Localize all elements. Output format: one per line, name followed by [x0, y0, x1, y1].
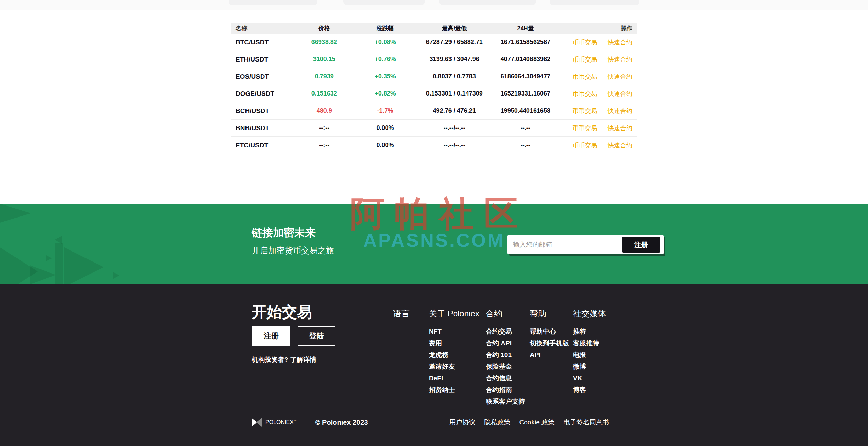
market-card[interactable]	[343, 0, 425, 5]
table-row[interactable]: BNB/USDT --:-- 0.00% --.--/--.-- --.-- 币…	[231, 120, 637, 137]
brand-name: POLONIEX™	[265, 419, 297, 425]
market-table-body: BTC/USDT 66938.82 +0.08% 67287.29 / 6588…	[231, 34, 637, 154]
spot-trade-link[interactable]: 币币交易	[573, 108, 597, 114]
footer-link[interactable]: 合约指南	[486, 387, 530, 393]
spot-trade-link[interactable]: 币币交易	[573, 90, 597, 97]
table-row[interactable]: ETH/USDT 3100.15 +0.76% 3139.63 / 3047.9…	[231, 51, 637, 68]
legal-link[interactable]: 用户协议	[449, 418, 476, 427]
spot-trade-link[interactable]: 币币交易	[573, 73, 597, 80]
footer-link[interactable]: 合约信息	[486, 375, 530, 381]
copyright-text: © Poloniex 2023	[315, 419, 368, 426]
row-actions: 币币交易 快速合约	[560, 38, 637, 46]
footer-link[interactable]: VK	[573, 375, 614, 381]
footer-register-button[interactable]: 注册	[252, 326, 290, 346]
col-header-volume: 24H量	[491, 24, 560, 32]
pair-label: BNB/USDT	[231, 124, 296, 132]
table-row[interactable]: DOGE/USDT 0.151632 +0.82% 0.153301 / 0.1…	[231, 85, 637, 102]
top-card-strip	[0, 0, 868, 10]
footer-link[interactable]: 合约交易	[486, 328, 530, 335]
fast-contract-link[interactable]: 快速合约	[608, 56, 632, 63]
fast-contract-link[interactable]: 快速合约	[608, 142, 632, 149]
trademark-symbol: ™	[294, 419, 297, 423]
fast-contract-link[interactable]: 快速合约	[608, 125, 632, 132]
footer-link[interactable]: 费用	[429, 340, 486, 346]
fast-contract-link[interactable]: 快速合约	[608, 73, 632, 80]
table-row[interactable]: EOS/USDT 0.7939 +0.35% 0.8037 / 0.7783 6…	[231, 68, 637, 85]
volume-value: 1671.6158562587	[491, 38, 560, 46]
change-value: 0.00%	[353, 142, 418, 149]
fast-contract-link[interactable]: 快速合约	[608, 90, 632, 97]
price-value: 0.7939	[296, 73, 353, 80]
footer-link[interactable]: 合约 101	[486, 352, 530, 358]
pair-label: EOS/USDT	[231, 73, 296, 80]
table-row[interactable]: BCH/USDT 480.9 -1.7% 492.76 / 476.21 199…	[231, 102, 637, 120]
legal-link[interactable]: 隐私政策	[484, 418, 511, 427]
footer-columns: 关于 Poloniex NFT费用龙虎榜邀请好友DeFi招贤纳士 合约 合约交易…	[429, 308, 614, 410]
spot-trade-link[interactable]: 币币交易	[573, 56, 597, 63]
table-row[interactable]: BTC/USDT 66938.82 +0.08% 67287.29 / 6588…	[231, 34, 637, 51]
institutional-prefix: 机构投资者?	[252, 356, 290, 363]
language-selector[interactable]: 语言	[393, 308, 410, 319]
footer-link[interactable]: API	[530, 352, 573, 358]
legal-link[interactable]: 电子签名同意书	[563, 418, 609, 427]
banner-title: 链接加密未来	[252, 226, 316, 240]
market-table-header: 名称 价格 涨跌幅 最高/最低 24H量 操作	[231, 23, 637, 34]
email-input[interactable]	[507, 235, 621, 254]
fast-contract-link[interactable]: 快速合约	[608, 39, 632, 46]
row-actions: 币币交易 快速合约	[560, 107, 637, 115]
price-value: 0.151632	[296, 90, 353, 97]
footer-link[interactable]: NFT	[429, 328, 486, 335]
price-value: --:--	[296, 142, 353, 149]
footer-link[interactable]: 联系客户支持	[486, 398, 530, 405]
footer-column: 合约 合约交易合约 API合约 101保险基金合约信息合约指南联系客户支持	[486, 308, 530, 410]
legal-links: 用户协议隐私政策Cookie 政策电子签名同意书	[449, 418, 609, 427]
footer-link[interactable]: 邀请好友	[429, 363, 486, 370]
col-header-name: 名称	[231, 24, 296, 32]
footer-link[interactable]: 保险基金	[486, 363, 530, 370]
change-value: +0.08%	[353, 38, 418, 46]
footer-login-button[interactable]: 登陆	[298, 326, 335, 346]
footer-link[interactable]: 博客	[573, 387, 614, 393]
high-low-value: --.--/--.--	[418, 142, 491, 149]
change-value: +0.35%	[353, 73, 418, 80]
institutional-link[interactable]: 了解详情	[290, 356, 316, 363]
high-low-value: --.--/--.--	[418, 124, 491, 132]
footer-link[interactable]: 推特	[573, 328, 614, 335]
footer-column-title: 社交媒体	[573, 308, 614, 319]
institutional-text: 机构投资者? 了解详情	[252, 355, 316, 364]
footer-link[interactable]: 切换到手机版	[530, 340, 573, 346]
row-actions: 币币交易 快速合约	[560, 141, 637, 149]
banner-register-button[interactable]: 注册	[622, 237, 660, 253]
fast-contract-link[interactable]: 快速合约	[608, 108, 632, 114]
footer-link[interactable]: 客服推特	[573, 340, 614, 346]
footer-column-title: 关于 Poloniex	[429, 308, 486, 319]
market-card[interactable]	[229, 0, 317, 5]
footer-link[interactable]: 电报	[573, 352, 614, 358]
volume-value: --.--	[491, 124, 560, 132]
poloniex-logo-icon	[252, 418, 262, 427]
market-card[interactable]	[550, 0, 639, 5]
spot-trade-link[interactable]: 币币交易	[573, 142, 597, 149]
footer-link[interactable]: 合约 API	[486, 340, 530, 346]
change-value: +0.76%	[353, 56, 418, 63]
footer-link[interactable]: 微博	[573, 363, 614, 370]
footer-link[interactable]: 龙虎榜	[429, 352, 486, 358]
banner-subtitle: 开启加密货币交易之旅	[252, 245, 334, 256]
spot-trade-link[interactable]: 币币交易	[573, 39, 597, 46]
spot-trade-link[interactable]: 币币交易	[573, 125, 597, 132]
market-card[interactable]	[439, 0, 536, 5]
footer-link[interactable]: DeFi	[429, 375, 486, 381]
footer-column-title: 合约	[486, 308, 530, 319]
price-value: 480.9	[296, 107, 353, 114]
footer-link[interactable]: 招贤纳士	[429, 387, 486, 393]
footer-column: 关于 Poloniex NFT费用龙虎榜邀请好友DeFi招贤纳士	[429, 308, 486, 410]
pair-label: ETC/USDT	[231, 142, 296, 149]
volume-value: 4077.0140883982	[491, 56, 560, 63]
triangle-decoration	[0, 204, 31, 223]
table-row[interactable]: ETC/USDT --:-- 0.00% --.--/--.-- --.-- 币…	[231, 137, 637, 154]
legal-link[interactable]: Cookie 政策	[519, 418, 555, 427]
footer-link[interactable]: 帮助中心	[530, 328, 573, 335]
high-low-value: 67287.29 / 65882.71	[418, 38, 491, 46]
row-actions: 币币交易 快速合约	[560, 90, 637, 98]
change-value: 0.00%	[353, 124, 418, 132]
